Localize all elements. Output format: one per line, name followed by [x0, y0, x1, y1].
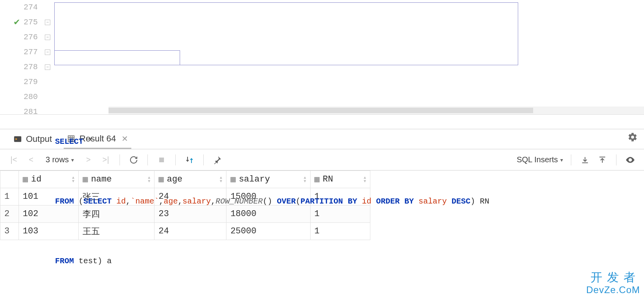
- fold-toggle-icon[interactable]: −: [45, 64, 50, 70]
- code-line[interactable]: FROM (SELECT id,`name`,age,salary,ROW_NU…: [54, 194, 644, 209]
- column-header-id[interactable]: ▦ id ▲▼: [18, 171, 78, 188]
- line-number: 276: [0, 30, 38, 45]
- row-number-cell: 1: [0, 188, 19, 205]
- sort-icon[interactable]: ▲▼: [220, 176, 222, 183]
- column-icon: ▦: [83, 174, 88, 185]
- sort-icon[interactable]: ▲▼: [304, 176, 306, 183]
- code-line[interactable]: FROM test) a: [54, 254, 644, 269]
- column-header-name[interactable]: ▦ name ▲▼: [79, 171, 155, 188]
- watermark: 开发者 DevZe.CoM: [586, 270, 640, 296]
- gear-icon[interactable]: [627, 132, 638, 145]
- line-number: ✔ 275: [0, 15, 38, 30]
- table-header-row: ▦ id ▲▼ ▦ name ▲▼ ▦ age ▲▼: [0, 171, 370, 188]
- sort-icon[interactable]: ▲▼: [72, 176, 74, 183]
- watermark-en: DevZe.CoM: [586, 284, 640, 296]
- column-label: name: [91, 174, 112, 184]
- scrollbar-thumb[interactable]: [109, 108, 533, 113]
- prev-page-button[interactable]: <: [25, 154, 37, 166]
- fold-toggle-icon[interactable]: −: [45, 20, 50, 25]
- line-number: 279: [0, 75, 38, 90]
- line-number: 280: [0, 90, 38, 105]
- fold-toggle-icon[interactable]: −: [45, 35, 50, 40]
- first-page-button[interactable]: |<: [8, 154, 20, 166]
- sql-editor[interactable]: 274 ✔ 275 276 277 278 279 280 281 − − − …: [0, 0, 644, 115]
- run-success-icon: ✔: [14, 15, 20, 30]
- column-icon: ▦: [315, 174, 320, 185]
- tab-output[interactable]: Output: [10, 129, 55, 149]
- row-number-cell: 3: [0, 223, 19, 240]
- line-number: 278: [0, 60, 38, 75]
- column-icon: ▦: [230, 174, 236, 185]
- sort-icon[interactable]: ▲▼: [148, 176, 150, 183]
- watermark-cn: 开发者: [586, 270, 640, 284]
- code-line[interactable]: SELECT *: [54, 134, 644, 149]
- line-number: 274: [0, 0, 38, 15]
- column-header-rn[interactable]: ▦ RN ▲▼: [310, 171, 370, 188]
- svg-rect-0: [14, 136, 21, 142]
- output-icon: [13, 135, 22, 143]
- row-number-cell: 2: [0, 205, 19, 223]
- tab-label: Output: [26, 134, 52, 144]
- statement-highlight-box: [54, 2, 518, 65]
- column-header-age[interactable]: ▦ age ▲▼: [155, 171, 226, 188]
- column-label: RN: [323, 174, 333, 184]
- code-line[interactable]: [54, 75, 644, 90]
- statement-highlight-box: [54, 50, 180, 65]
- column-icon: ▦: [23, 174, 28, 185]
- line-number: 277: [0, 45, 38, 60]
- row-number-header: [0, 171, 19, 188]
- column-label: id: [31, 174, 41, 184]
- line-number-gutter: 274 ✔ 275 276 277 278 279 280 281: [0, 0, 42, 114]
- fold-toggle-icon[interactable]: −: [45, 50, 50, 55]
- sort-icon[interactable]: ▲▼: [364, 176, 366, 183]
- code-text-area[interactable]: SELECT * FROM (SELECT id,`name`,age,sala…: [54, 0, 644, 114]
- column-header-salary[interactable]: ▦ salary ▲▼: [226, 171, 310, 188]
- column-icon: ▦: [158, 174, 164, 185]
- horizontal-scrollbar[interactable]: [109, 106, 644, 114]
- column-label: age: [167, 174, 182, 184]
- fold-gutter: − − − −: [42, 0, 54, 114]
- column-label: salary: [239, 174, 270, 184]
- line-number: 281: [0, 105, 38, 119]
